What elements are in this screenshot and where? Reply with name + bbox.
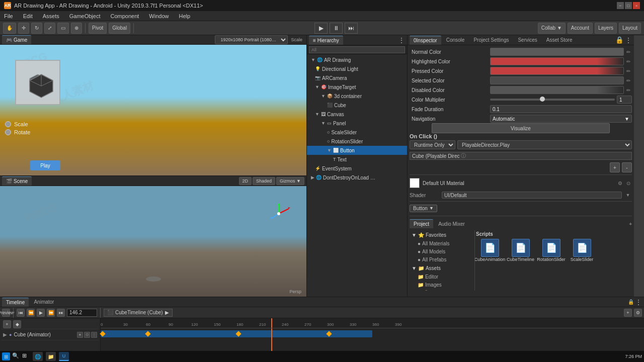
to-end-btn[interactable]: ⏭ [57, 309, 65, 317]
hier-scale-slider[interactable]: ○ ScaleSlider [307, 128, 407, 137]
hier-panel[interactable]: ▼ ▭ Panel [307, 119, 407, 128]
hierarchy-options-btn[interactable]: ⋮ [398, 36, 405, 44]
minimize-button[interactable]: − [617, 2, 624, 9]
rect-tool-btn[interactable]: ▭ [57, 23, 69, 34]
menu-assets[interactable]: Assets [41, 13, 61, 20]
all-prefabs-item[interactable]: ● All Prefabs [410, 255, 474, 263]
hierarchy-search[interactable] [309, 46, 405, 53]
scene-gizmos-btn[interactable]: Gizmos ▼ [276, 177, 304, 185]
pivot-btn[interactable]: Pivot [89, 23, 107, 34]
highlighted-color-swatch[interactable] [490, 57, 624, 65]
keyframe-btn[interactable]: ◆ [13, 320, 21, 328]
taskbar-chrome[interactable]: 🌐 [33, 352, 43, 361]
favorites-folder[interactable]: ▼ ⭐ Favorites [410, 230, 474, 239]
task-view[interactable]: ⊞ [22, 352, 30, 360]
tab-hierarchy[interactable]: ≡ Hierarchy [309, 36, 343, 45]
disabled-color-edit[interactable]: ✏ [625, 86, 632, 94]
start-btn[interactable]: ⊞ [2, 352, 10, 360]
hand-tool-btn[interactable]: ✋ [3, 23, 16, 34]
inspector-options-btn[interactable]: ⋮ [625, 36, 632, 44]
tab-game[interactable]: 🎮 Game [2, 35, 31, 44]
track-more-btn[interactable]: ⋮ [91, 332, 97, 338]
add-entry-btn[interactable]: + [610, 162, 620, 172]
all-materials-item[interactable]: ● All Materials [410, 239, 474, 247]
dot-icon[interactable]: ⊙ [625, 179, 632, 187]
gear-icon[interactable]: ⚙ [616, 179, 623, 187]
cube-animation-item[interactable]: 📄 CubeAnimation [476, 239, 504, 262]
material-preview[interactable] [410, 178, 420, 188]
images-folder[interactable]: 📁 Images [410, 281, 474, 289]
search-taskbar[interactable]: 🔍 [12, 352, 20, 360]
tab-scene[interactable]: 🎬 Scene [2, 176, 32, 186]
hier-3d-container[interactable]: ▼ 📦 3d container [307, 92, 407, 101]
tl-settings-btn[interactable]: ⚙ [634, 309, 642, 317]
cube-timeline-item[interactable]: 📄 CubeTimeline [507, 239, 534, 262]
hier-button[interactable]: ▼ ⬜ Button [307, 146, 407, 155]
rotation-slider-item[interactable]: 📄 RotationSlider [537, 239, 565, 262]
pressed-color-swatch[interactable] [490, 67, 624, 75]
close-button[interactable]: × [633, 2, 640, 9]
runtime-select[interactable]: Runtime Only [410, 140, 455, 149]
scale-slider-item[interactable]: 📄 ScaleSlider [568, 239, 596, 262]
hier-rotation-slider[interactable]: ○ RotationSlider [307, 137, 407, 146]
hier-image-target[interactable]: ▼ 🎯 ImageTarget [307, 82, 407, 92]
maximize-button[interactable]: □ [625, 2, 632, 9]
game-play-button[interactable]: Play [30, 160, 60, 170]
tab-services[interactable]: Services [514, 36, 541, 45]
menu-component[interactable]: Component [108, 13, 141, 20]
menu-window[interactable]: Window [147, 13, 171, 20]
to-start-btn[interactable]: ⏮ [17, 309, 25, 317]
tab-project-bottom[interactable]: Project [410, 219, 433, 228]
add-track-btn[interactable]: + [3, 320, 11, 328]
hier-ar-drawing[interactable]: ▼ 🌐 AR Drawing [307, 55, 407, 64]
hier-event-system[interactable]: ⚡ EventSystem [307, 164, 407, 173]
shader-dropdown-icon[interactable]: ▼ [624, 191, 632, 199]
selected-color-edit[interactable]: ✏ [625, 77, 632, 84]
timeline-options-btn[interactable]: ⋮ [635, 298, 642, 306]
editor-folder[interactable]: 📁 Editor [410, 273, 474, 281]
hier-ar-camera[interactable]: 📷 ARCamera [307, 73, 407, 82]
hier-dir-light[interactable]: 💡 Directional Light [307, 64, 407, 73]
global-btn[interactable]: Global [109, 23, 130, 34]
packages-folder[interactable]: ▶ 📦 Packages [410, 289, 474, 291]
step-button[interactable]: ⏭ [345, 23, 358, 34]
tab-timeline[interactable]: Timeline [2, 298, 29, 307]
tab-audio-mixer[interactable]: Audio Mixer [434, 219, 469, 228]
move-tool-btn[interactable]: ✛ [18, 23, 29, 34]
prev-frame-btn[interactable]: ⏪ [27, 309, 35, 317]
tab-console[interactable]: Console [442, 36, 469, 45]
inspector-lock-btn[interactable]: 🔒 [615, 36, 624, 44]
disabled-color-swatch[interactable] [490, 86, 624, 94]
playable-director-select[interactable]: PlayableDirector.Play [457, 140, 632, 149]
tab-animator[interactable]: Animator [30, 298, 58, 307]
visualize-btn[interactable]: Visualize [432, 123, 610, 133]
fade-duration-value[interactable]: 0.1 [490, 105, 632, 113]
navigation-dropdown[interactable]: Automatic ▼ [490, 115, 632, 123]
scene-2d-btn[interactable]: 2D [239, 177, 252, 185]
tab-inspector[interactable]: 0 Inspector [410, 36, 441, 45]
taskbar-unity[interactable]: U [59, 352, 69, 361]
highlighted-color-edit[interactable]: ✏ [625, 58, 632, 65]
play-button[interactable]: ▶ [314, 23, 328, 34]
button-tag[interactable]: Button ▼ [410, 205, 437, 212]
menu-file[interactable]: File [2, 13, 15, 20]
hier-dont-destroy[interactable]: ▶ 🌐 DontDestroyOnLoad … [307, 173, 407, 182]
selected-color-swatch[interactable] [490, 76, 624, 84]
transform-tool-btn[interactable]: ⊕ [71, 23, 82, 34]
play-tl-btn[interactable]: ▶ [37, 309, 45, 317]
tab-project-settings[interactable]: Project Settings [469, 36, 513, 45]
remove-entry-btn[interactable]: - [622, 162, 632, 172]
menu-edit[interactable]: Edit [21, 13, 35, 20]
tab-asset-store[interactable]: Asset Store [542, 36, 577, 45]
hier-canvas[interactable]: ▼ 🖼 Canvas [307, 110, 407, 119]
normal-color-swatch[interactable] [490, 48, 624, 56]
menu-help[interactable]: Help [177, 13, 192, 20]
project-add-btn[interactable]: + [629, 219, 632, 228]
layout-btn[interactable]: Layout [619, 23, 641, 34]
multiplier-slider[interactable] [490, 99, 615, 101]
timecode-display[interactable]: 146.2 [67, 309, 97, 317]
assets-folder[interactable]: ▼ 📁 Assets [410, 263, 474, 273]
timeline-lock-btn[interactable]: 🔒 [628, 299, 634, 305]
preview-btn[interactable]: Preview [2, 309, 10, 317]
tl-add-btn[interactable]: + [624, 309, 632, 317]
